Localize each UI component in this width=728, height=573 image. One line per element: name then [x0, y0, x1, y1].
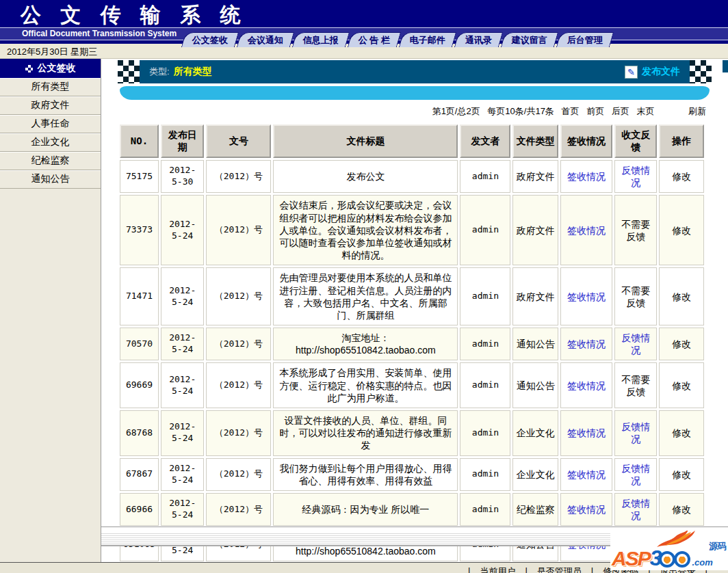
sidebar-item[interactable]: 企业文化	[0, 133, 101, 152]
sign-status-link[interactable]: 签收情况	[567, 291, 606, 302]
app-banner: 公 文 传 输 系 统 Offical Document Transmissio…	[0, 0, 728, 44]
wm-yuanma: 源码	[709, 540, 727, 552]
nav-tab-label: 信息上报	[303, 34, 339, 46]
nav-tab-3[interactable]: 信息上报	[292, 32, 350, 47]
cell-title: 发布公文	[273, 160, 458, 193]
sidebar-item[interactable]: 政府文件	[0, 96, 101, 115]
column-header: 文号	[206, 124, 271, 158]
column-header: NO.	[120, 124, 159, 158]
sidebar-item[interactable]: 所有类型	[0, 78, 101, 96]
cell-feedback: 反馈情况	[614, 328, 658, 360]
modify-link[interactable]: 修改	[672, 171, 691, 182]
cell-feedback: 反馈情况	[614, 160, 658, 193]
cell-date: 2012-5-24	[161, 493, 204, 526]
sign-status-link[interactable]: 签收情况	[567, 504, 606, 515]
cell-feedback: 反馈情况	[614, 458, 658, 491]
nav-tab-2[interactable]: 会议通知	[237, 32, 294, 47]
cell-sign-status: 签收情况	[560, 160, 612, 193]
sign-status-link[interactable]: 签收情况	[567, 171, 606, 182]
cell-no: 71471	[120, 267, 159, 325]
cell-no: 67867	[120, 458, 159, 491]
first-page-link[interactable]: 首页	[562, 106, 580, 116]
sidebar-item[interactable]: 通知公告	[0, 170, 101, 189]
nav-tab-label: 会议通知	[248, 34, 283, 46]
right-edge-fragment	[723, 60, 728, 72]
cell-operation: 修改	[659, 195, 704, 265]
cell-operation: 修改	[659, 493, 704, 526]
cell-feedback: 反馈情况	[614, 410, 658, 456]
sidebar-header: 公文签收	[0, 59, 101, 78]
sign-status-link[interactable]: 签收情况	[567, 380, 606, 391]
sidebar-item[interactable]: 纪检监察	[0, 152, 101, 170]
sign-status-link[interactable]: 签收情况	[567, 225, 606, 236]
page-info: 第1页/总2页	[432, 106, 480, 116]
cell-date: 2012-5-24	[161, 195, 204, 265]
cell-type: 纪检监察	[512, 493, 558, 526]
feedback-link[interactable]: 反馈情况	[621, 165, 650, 188]
sign-status-link[interactable]: 签收情况	[567, 338, 606, 349]
cell-type: 政府文件	[512, 195, 558, 265]
cell-title: 经典源码：因为专业 所以唯一	[273, 493, 458, 526]
modify-link[interactable]: 修改	[672, 338, 691, 349]
sidebar-item[interactable]: 人事任命	[0, 115, 101, 133]
cell-date: 2012-5-24	[161, 328, 204, 360]
modify-link[interactable]: 修改	[672, 427, 691, 438]
sign-status-link[interactable]: 签收情况	[567, 469, 606, 480]
cell-operation: 修改	[659, 160, 704, 193]
nav-tab-8[interactable]: 后台管理	[556, 32, 614, 47]
cell-doc-no: （2012）号	[206, 328, 271, 360]
footer-link[interactable]: 当前用户	[480, 565, 515, 573]
nav-tab-5[interactable]: 电子邮件	[399, 32, 456, 47]
modify-link[interactable]: 修改	[672, 469, 691, 480]
cell-no: 69669	[120, 362, 159, 408]
modify-link[interactable]: 修改	[672, 380, 691, 391]
cell-sender: admin	[460, 458, 510, 491]
cell-no: 73373	[120, 195, 159, 265]
publish-document-button[interactable]: ✎ 发布文件	[625, 66, 680, 79]
footer-link[interactable]: 是否管理员	[537, 565, 582, 573]
modify-link[interactable]: 修改	[672, 225, 691, 236]
cell-type: 通知公告	[512, 328, 558, 360]
nav-tab-4[interactable]: 公 告 栏	[348, 32, 402, 47]
feedback-link[interactable]: 反馈情况	[621, 332, 650, 356]
table-row: 705702012-5-24（2012）号淘宝地址： http://shop65…	[120, 328, 704, 360]
table-row: 714712012-5-24（2012）号先由管理员对要使用本系统的人员和单位进…	[120, 267, 704, 325]
footer-separator: |	[591, 565, 593, 573]
cell-doc-no: （2012）号	[206, 362, 271, 408]
cell-sign-status: 签收情况	[560, 493, 612, 526]
cell-doc-no: （2012）号	[206, 493, 271, 526]
table-header-row: NO.发布日期文号文件标题发文者文件类型签收情况收文反馈操作	[120, 124, 704, 158]
main-area: 类型: 所有类型 ✎ 发布文件 第1页/总2页 每页10条/共17条 首页 前页…	[101, 59, 728, 573]
modify-link[interactable]: 修改	[672, 504, 691, 515]
app-subtitle: Offical Document Transmission System	[22, 29, 177, 38]
nav-tab-6[interactable]: 通讯录	[454, 32, 503, 47]
column-header: 收文反馈	[614, 124, 658, 158]
modify-link[interactable]: 修改	[672, 291, 691, 302]
checker-icon	[25, 65, 33, 72]
next-page-link[interactable]: 后页	[612, 106, 629, 116]
nav-tab-label: 公 告 栏	[359, 34, 390, 46]
app-title: 公 文 传 输 系 统	[21, 1, 248, 29]
feedback-link[interactable]: 反馈情况	[621, 463, 650, 486]
blue-divider-bar	[120, 86, 710, 100]
nav-tab-label: 电子邮件	[410, 34, 445, 46]
refresh-link[interactable]: 刷新	[688, 106, 706, 116]
cell-title: 先由管理员对要使用本系统的人员和单位进行注册、登记相关信息。人员注册的内容，大致…	[273, 267, 458, 325]
prev-page-link[interactable]: 前页	[586, 106, 604, 116]
last-page-link[interactable]: 末页	[636, 106, 654, 116]
nav-tab-7[interactable]: 建议留言	[501, 32, 558, 47]
feedback-link[interactable]: 反馈情况	[621, 421, 650, 444]
cell-date: 2012-5-24	[161, 267, 204, 325]
sidebar: 公文签收 所有类型政府文件人事任命企业文化纪检监察通知公告	[0, 59, 101, 562]
nav-tab-1[interactable]: 公文签收	[181, 32, 239, 47]
feedback-link[interactable]: 反馈情况	[621, 498, 650, 521]
nav-tab-label: 公文签收	[192, 34, 228, 46]
cell-feedback: 反馈情况	[614, 493, 658, 526]
cell-sign-status: 签收情况	[560, 267, 612, 325]
sign-status-link[interactable]: 签收情况	[567, 427, 606, 438]
nav-tabs: 公文签收会议通知信息上报公 告 栏电子邮件通讯录建议留言后台管理	[183, 32, 612, 47]
cell-sender: admin	[460, 410, 510, 456]
table-row: 669662012-5-24（2012）号经典源码：因为专业 所以唯一admin…	[120, 493, 704, 526]
feedback-none-text: 不需要反馈	[621, 285, 650, 308]
cell-no: 70570	[120, 328, 159, 360]
